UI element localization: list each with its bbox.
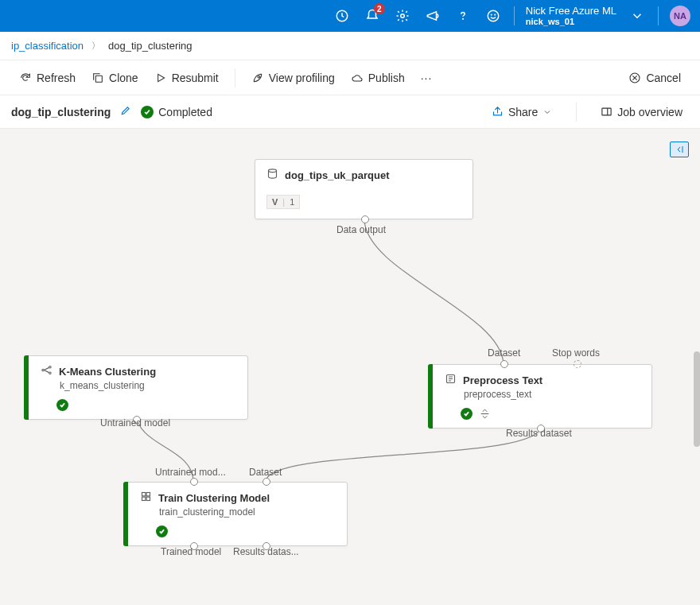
cancel-button[interactable]: Cancel (620, 67, 689, 89)
svg-point-3 (488, 10, 499, 21)
clock-icon[interactable] (332, 6, 352, 25)
dataset-version-pill: V | 1 (266, 195, 300, 209)
gear-icon[interactable] (393, 6, 412, 25)
share-button[interactable]: Share (485, 101, 558, 123)
profiling-label: View profiling (269, 72, 335, 84)
node-title: Preprocess Text (463, 374, 542, 386)
port-label: Results dataset (506, 428, 572, 439)
workspace-selector[interactable]: Nick Free Azure ML nick_ws_01 (526, 5, 616, 28)
svg-point-1 (401, 14, 405, 18)
port-label: Untrained mod... (155, 467, 226, 478)
chevron-down-icon[interactable] (628, 6, 647, 25)
svg-rect-17 (142, 497, 146, 500)
port-label: Dataset (488, 347, 520, 359)
subscription-name: Nick Free Azure ML (526, 5, 616, 17)
input-port[interactable] (500, 360, 508, 368)
cancel-label: Cancel (646, 72, 681, 84)
node-dataset[interactable]: dog_tips_uk_parquet V | 1 (255, 159, 473, 219)
avatar[interactable]: NA (670, 6, 690, 26)
job-overview-label: Job overview (617, 106, 682, 118)
workspace-name: nick_ws_01 (526, 17, 616, 27)
clone-button[interactable]: Clone (84, 67, 146, 89)
svg-point-10 (269, 169, 277, 173)
svg-point-4 (491, 14, 492, 15)
breadcrumb-parent[interactable]: ip_classification (11, 40, 84, 52)
toolbar: Refresh Clone Resubmit View profiling Pu… (0, 60, 700, 95)
svg-point-12 (49, 366, 52, 369)
chevron-down-icon (542, 107, 552, 117)
status-badge: Completed (141, 106, 212, 118)
input-port[interactable] (262, 478, 270, 486)
node-preprocess[interactable]: Preprocess Text preprocess_text (428, 364, 652, 429)
node-title: dog_tips_uk_parquet (285, 169, 389, 181)
clone-icon (91, 72, 104, 84)
breadcrumb-current: dog_tip_clustering (108, 40, 192, 52)
cloud-icon (351, 72, 364, 84)
publish-button[interactable]: Publish (343, 67, 413, 89)
version-number: 1 (290, 197, 294, 207)
pipeline-canvas[interactable]: dog_tips_uk_parquet V | 1 Data output K-… (0, 129, 700, 605)
resubmit-button[interactable]: Resubmit (146, 67, 227, 89)
more-button[interactable]: ··· (413, 67, 441, 89)
notification-badge: 2 (374, 3, 385, 14)
refresh-label: Refresh (37, 72, 76, 84)
panel-collapse-button[interactable] (670, 142, 689, 157)
svg-rect-16 (146, 493, 150, 496)
view-profiling-button[interactable]: View profiling (243, 67, 343, 89)
dataset-icon (266, 168, 278, 182)
output-port[interactable] (361, 215, 369, 223)
page-subheader: dog_tip_clustering Completed Share Job o… (0, 95, 700, 129)
version-label: V (272, 197, 278, 207)
node-title: K-Means Clustering (59, 366, 156, 378)
page-title: dog_tip_clustering (11, 106, 111, 118)
help-icon[interactable] (453, 6, 472, 25)
svg-point-7 (258, 76, 260, 78)
divider (658, 6, 659, 25)
recycle-icon (479, 408, 491, 420)
input-port[interactable] (190, 478, 198, 486)
port-label: Untrained model (100, 417, 170, 429)
status-stripe (428, 364, 433, 429)
module-icon (445, 373, 457, 387)
svg-rect-18 (146, 497, 150, 500)
check-icon (156, 525, 168, 537)
svg-point-13 (49, 372, 52, 374)
port-label: Results datas... (233, 546, 299, 557)
node-kmeans[interactable]: K-Means Clustering k_means_clustering (24, 355, 248, 420)
panel-icon (601, 106, 612, 118)
resubmit-label: Resubmit (172, 72, 219, 84)
refresh-button[interactable]: Refresh (11, 67, 84, 89)
input-port-ghost[interactable] (574, 360, 581, 368)
status-stripe (24, 355, 29, 420)
node-train[interactable]: Train Clustering Model train_clustering_… (123, 482, 348, 546)
rocket-icon (251, 72, 264, 84)
divider (576, 103, 577, 122)
svg-point-5 (495, 14, 496, 15)
play-icon (154, 72, 167, 84)
breadcrumb: ip_classification 〉 dog_tip_clustering (0, 32, 700, 60)
top-bar: 2 Nick Free Azure ML nick_ws_01 NA (0, 0, 700, 32)
check-icon (461, 408, 472, 420)
svg-point-2 (462, 18, 463, 19)
smile-icon[interactable] (484, 6, 503, 25)
scrollbar[interactable] (694, 351, 700, 447)
module-icon (41, 364, 52, 378)
share-label: Share (508, 106, 538, 118)
check-icon (141, 106, 154, 118)
node-subtitle: k_means_clustering (60, 380, 238, 391)
port-label: Dataset (249, 467, 282, 478)
share-icon (492, 106, 504, 118)
edit-icon[interactable] (120, 105, 131, 118)
svg-rect-6 (95, 76, 102, 82)
refresh-icon (19, 72, 32, 84)
cancel-icon (628, 72, 641, 84)
svg-rect-9 (602, 108, 611, 115)
clone-label: Clone (109, 72, 138, 84)
port-label: Stop words (552, 347, 600, 359)
status-stripe (123, 482, 128, 546)
job-overview-button[interactable]: Job overview (594, 101, 689, 123)
chevron-right-icon: 〉 (91, 40, 100, 52)
megaphone-icon[interactable] (423, 6, 442, 25)
svg-point-11 (42, 369, 45, 371)
notifications-icon[interactable]: 2 (363, 6, 382, 25)
